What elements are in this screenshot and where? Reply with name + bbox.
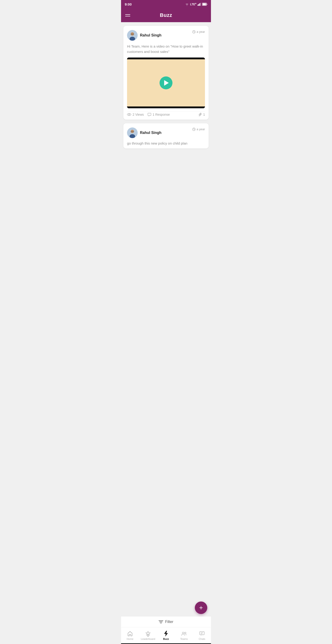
nav-label-teams: Teams — [180, 638, 188, 640]
svg-rect-1 — [198, 4, 199, 6]
eye-icon — [127, 113, 131, 116]
nav-label-leaderboard: Leaderboard — [141, 638, 155, 640]
svg-line-16 — [194, 32, 195, 32]
lte-label: LTER — [190, 2, 196, 6]
video-bar-bottom — [127, 106, 205, 108]
avatar-2 — [127, 128, 138, 138]
nav-item-leaderboard[interactable]: Leaderboard — [139, 627, 157, 643]
nav-item-buzz[interactable]: Buzz — [157, 627, 175, 643]
svg-point-31 — [147, 634, 149, 636]
status-icons: LTER — [185, 2, 207, 6]
leaderboard-icon — [145, 630, 151, 636]
svg-rect-6 — [203, 3, 206, 5]
home-icon — [127, 630, 133, 636]
nav-label-buzz: Buzz — [163, 638, 169, 640]
filter-label: Filter — [165, 620, 173, 624]
battery-icon — [202, 3, 207, 6]
wifi-icon — [185, 3, 189, 6]
nav-item-chats[interactable]: Chats — [193, 627, 211, 643]
menu-button[interactable] — [125, 14, 130, 16]
card-user-2: Rahul Singh — [127, 128, 162, 138]
post-card-2: Rahul Singh a year go through this new p… — [123, 123, 209, 148]
svg-rect-3 — [200, 3, 201, 6]
paperclip-icon — [199, 113, 202, 116]
svg-rect-2 — [199, 3, 200, 6]
video-bar-top — [127, 58, 205, 59]
user-name-1: Rahul Singh — [140, 33, 162, 38]
avatar-image-1 — [127, 30, 138, 41]
timestamp-1: a year — [192, 30, 205, 34]
filter-bar[interactable]: Filter — [121, 616, 211, 627]
svg-rect-0 — [198, 4, 198, 6]
svg-point-17 — [129, 114, 130, 115]
timestamp-2: a year — [192, 128, 205, 131]
svg-point-35 — [182, 632, 184, 634]
bottom-nav: Home Leaderboard Buzz — [121, 627, 211, 643]
user-name-2: Rahul Singh — [140, 131, 162, 135]
status-time: 9:00 — [125, 2, 132, 6]
chat-icon — [148, 113, 151, 116]
svg-point-10 — [131, 32, 134, 36]
content-area: Rahul Singh a year Hi Team, Here is a vi… — [121, 22, 211, 616]
svg-marker-34 — [164, 631, 168, 636]
video-screen-1[interactable] — [127, 58, 205, 108]
card-footer-1: 2 Views 1 Response 1 — [127, 112, 205, 116]
filter-icon — [159, 620, 163, 624]
video-container-1[interactable] — [127, 58, 205, 108]
svg-point-36 — [184, 632, 186, 634]
post-text-1: Hi Team, Here is a video on "How to gree… — [127, 44, 205, 54]
card-user-1: Rahul Singh — [127, 30, 162, 41]
chats-icon — [199, 630, 205, 636]
views-item: 2 Views — [127, 113, 144, 116]
card-header-1: Rahul Singh a year — [127, 30, 205, 41]
post-card-1: Rahul Singh a year Hi Team, Here is a vi… — [123, 26, 209, 120]
post-text-2: go through this new policy on child plan — [127, 141, 205, 145]
timestamp-text-2: a year — [197, 128, 205, 131]
nav-item-home[interactable]: Home — [121, 627, 139, 643]
signal-icon — [198, 3, 201, 6]
fab-button[interactable]: + — [195, 602, 207, 614]
nav-item-teams[interactable]: Teams — [175, 627, 193, 643]
clock-icon-2 — [192, 128, 195, 131]
buzz-icon — [163, 630, 169, 636]
avatar-image-2 — [127, 128, 138, 138]
page-title: Buzz — [130, 12, 202, 18]
nav-label-chats: Chats — [199, 638, 205, 640]
avatar-1 — [127, 30, 138, 41]
attachments-item: 1 — [199, 113, 205, 116]
card-header-2: Rahul Singh a year — [127, 128, 205, 138]
play-button-1[interactable] — [160, 76, 172, 89]
timestamp-text-1: a year — [197, 30, 205, 34]
svg-point-19 — [131, 130, 134, 133]
responses-count: 1 Response — [153, 113, 170, 116]
status-bar: 9:00 LTER — [121, 0, 211, 8]
svg-rect-5 — [207, 4, 207, 5]
app-header: Buzz — [121, 8, 211, 22]
clock-icon-1 — [192, 30, 195, 34]
views-count: 2 Views — [133, 113, 144, 116]
teams-icon — [181, 630, 187, 636]
attachments-count: 1 — [203, 113, 205, 116]
svg-line-26 — [194, 129, 195, 130]
responses-item: 1 Response — [148, 113, 170, 116]
svg-rect-37 — [200, 632, 204, 635]
nav-label-home: Home — [127, 638, 133, 640]
